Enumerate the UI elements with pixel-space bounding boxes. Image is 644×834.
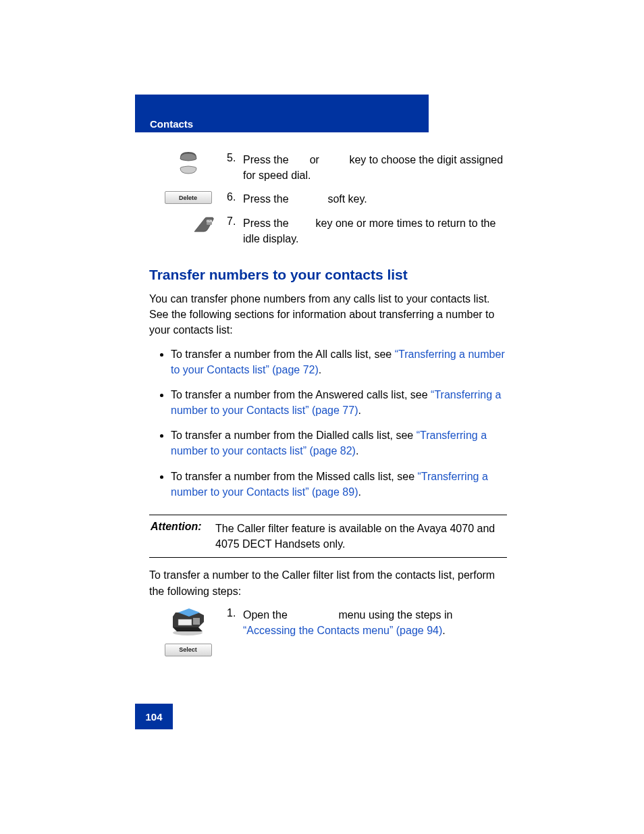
step-number: 7. (227, 215, 243, 228)
blank (292, 217, 313, 229)
attention-text: The Caller filter feature is available o… (215, 521, 506, 552)
list-item: To transfer a number from the Dialled ca… (171, 427, 507, 459)
attention-block: Attention: The Caller filter feature is … (149, 515, 507, 558)
list-item: To transfer a number from the Answered c… (171, 387, 507, 418)
step-number: 5. (227, 152, 243, 164)
step-icon-col: CLR (149, 215, 227, 232)
svg-point-4 (173, 630, 203, 635)
step-icon-col: Delete (149, 191, 227, 204)
step-row: 5. Press the or key to choose the digit … (149, 152, 507, 183)
svg-rect-2 (178, 619, 192, 625)
blank (292, 193, 325, 205)
step-icon-col (149, 152, 227, 175)
list-item: To transfer a number from the Missed cal… (171, 469, 507, 500)
blank (292, 154, 306, 165)
step-text: Open the menu using the steps in “Access… (243, 607, 507, 638)
nav-up-down-icon (178, 152, 198, 175)
blank (322, 154, 346, 165)
xref-link[interactable]: “Accessing the Contacts menu” (page 94) (243, 625, 442, 636)
clr-key-icon: CLR (193, 215, 211, 232)
contacts-device-icon (169, 607, 208, 637)
main-content: 5. Press the or key to choose the digit … (149, 152, 507, 664)
step-text: Press the soft key. (243, 191, 507, 207)
page: Contacts 5. Press the or key to ch (0, 0, 644, 834)
step-number: 1. (227, 607, 243, 619)
step-row: Delete 6. Press the soft key. (149, 191, 507, 207)
step-text: Press the key one or more times to retur… (243, 215, 507, 246)
step-text: Press the or key to choose the digit ass… (243, 152, 507, 183)
header-spacer (135, 95, 429, 115)
intro-paragraph: You can transfer phone numbers from any … (149, 291, 507, 338)
step-number: 6. (227, 191, 243, 203)
section-header: Contacts (135, 115, 429, 132)
step-icon-col: Select (149, 607, 227, 656)
bullet-list: To transfer a number from the All calls … (149, 346, 507, 500)
section-heading: Transfer numbers to your contacts list (149, 267, 507, 283)
post-attention-paragraph: To transfer a number to the Caller filte… (149, 567, 507, 598)
select-softkey-icon: Select (165, 644, 212, 656)
delete-softkey-icon: Delete (165, 191, 212, 204)
list-item: To transfer a number from the All calls … (171, 346, 507, 377)
svg-rect-3 (193, 618, 200, 625)
step-row: CLR 7. Press the key one or more times t… (149, 215, 507, 246)
page-number: 104 (135, 704, 173, 729)
step-row: Select 1. Open the menu using the steps … (149, 607, 507, 656)
blank (290, 609, 336, 621)
svg-text:CLR: CLR (207, 219, 212, 223)
attention-label: Attention: (151, 521, 215, 552)
